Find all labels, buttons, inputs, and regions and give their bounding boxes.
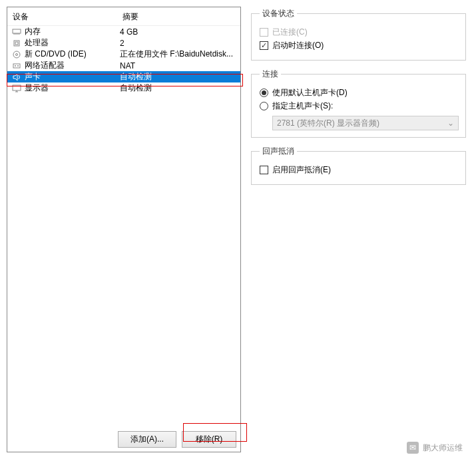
svg-rect-14 (13, 85, 21, 90)
watermark-text: 鹏大师运维 (423, 442, 463, 454)
sound-icon (11, 73, 22, 82)
device-summary: NAT (120, 61, 240, 71)
device-summary: 2 (120, 39, 240, 48)
specify-host-label: 指定主机声卡(S): (272, 100, 333, 112)
echo-cancel-label: 启用回声抵消(E) (272, 164, 331, 176)
remove-button[interactable]: 移除(R) (182, 431, 236, 448)
svg-rect-10 (13, 64, 20, 68)
device-summary: 自动检测 (120, 71, 240, 82)
display-icon (11, 84, 22, 93)
svg-marker-13 (13, 74, 17, 80)
svg-point-12 (17, 65, 19, 67)
svg-rect-6 (14, 41, 19, 46)
connection-group: 连接 使用默认主机声卡(D) 指定主机声卡(S): 2781 (英特尔(R) 显… (251, 69, 466, 138)
column-summary: 摘要 (122, 11, 235, 23)
host-sound-select[interactable]: 2781 (英特尔(R) 显示器音频) ⌄ (272, 116, 459, 130)
device-row[interactable]: 新 CD/DVD (IDE)正在使用文件 F:\BaiduNetdisk... (7, 49, 240, 60)
svg-rect-0 (13, 29, 21, 33)
echo-cancel-legend: 回声抵消 (260, 146, 297, 157)
default-host-radio[interactable] (260, 88, 268, 97)
svg-point-8 (13, 51, 20, 58)
device-label: 声卡 (25, 71, 120, 82)
cpu-icon (11, 39, 22, 48)
host-sound-value: 2781 (英特尔(R) 显示器音频) (277, 118, 379, 129)
device-label: 内存 (25, 26, 120, 37)
chevron-down-icon: ⌄ (447, 118, 454, 128)
device-label: 网络适配器 (25, 60, 120, 71)
wechat-icon: ✉ (407, 442, 419, 454)
device-summary: 正在使用文件 F:\BaiduNetdisk... (120, 49, 240, 60)
add-button[interactable]: 添加(A)... (118, 431, 176, 448)
device-row[interactable]: 处理器2 (7, 37, 240, 49)
connect-at-start-label: 启动时连接(O) (272, 40, 324, 51)
svg-point-9 (16, 53, 18, 55)
echo-cancel-group: 回声抵消 启用回声抵消(E) (251, 146, 466, 185)
device-list[interactable]: 内存4 GB处理器2新 CD/DVD (IDE)正在使用文件 F:\BaiduN… (7, 26, 240, 427)
device-status-legend: 设备状态 (260, 8, 297, 19)
device-row[interactable]: 显示器自动检测 (7, 82, 240, 94)
device-summary: 自动检测 (120, 82, 240, 94)
svg-rect-7 (15, 42, 18, 45)
connection-legend: 连接 (260, 69, 281, 80)
device-row[interactable]: 网络适配器NAT (7, 60, 240, 71)
disc-icon (11, 50, 22, 59)
watermark: ✉ 鹏大师运维 (407, 442, 463, 454)
device-summary: 4 GB (120, 27, 240, 37)
specify-host-radio[interactable] (260, 102, 268, 110)
column-device: 设备 (13, 11, 122, 23)
device-label: 新 CD/DVD (IDE) (25, 49, 120, 60)
settings-panel: 设备状态 已连接(C) 启动时连接(O) 连接 使用默认主机声卡(D) 指定主机… (244, 0, 476, 459)
memory-icon (11, 27, 22, 37)
device-panel: 设备 摘要 内存4 GB处理器2新 CD/DVD (IDE)正在使用文件 F:\… (7, 7, 241, 452)
svg-point-11 (15, 65, 16, 67)
device-list-header: 设备 摘要 (7, 7, 240, 26)
device-label: 显示器 (25, 82, 120, 94)
device-buttons: 添加(A)... 移除(R) (7, 427, 240, 452)
connect-at-start-checkbox[interactable] (260, 41, 268, 50)
default-host-label: 使用默认主机声卡(D) (272, 87, 348, 98)
device-status-group: 设备状态 已连接(C) 启动时连接(O) (251, 8, 466, 61)
echo-cancel-checkbox[interactable] (260, 166, 268, 174)
device-label: 处理器 (25, 37, 120, 49)
device-row[interactable]: 内存4 GB (7, 26, 240, 37)
device-row[interactable]: 声卡自动检测 (7, 71, 240, 82)
connected-checkbox[interactable] (260, 28, 268, 37)
connected-label: 已连接(C) (272, 27, 308, 38)
network-icon (11, 61, 22, 71)
